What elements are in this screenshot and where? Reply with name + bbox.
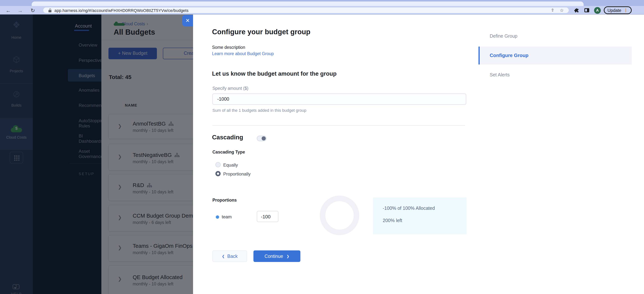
browser-tab[interactable] <box>32 2 584 6</box>
bookmark-star-icon[interactable]: ☆ <box>560 8 564 13</box>
radio-equally-label[interactable]: Equally <box>223 162 238 168</box>
amount-helper: Sum of all the 1 budgets added in this b… <box>212 108 306 112</box>
extensions-icon[interactable] <box>574 8 580 15</box>
radio-proportionally-label[interactable]: Proportionally <box>223 172 251 176</box>
step-set-alerts[interactable]: Set Alerts <box>490 72 510 78</box>
proportions-label: Proportions <box>212 198 237 202</box>
continue-label: Continue <box>264 254 283 259</box>
allocation-summary: -100% of 100% Allocated 200% left <box>373 198 466 234</box>
team-proportion-input[interactable] <box>257 211 278 222</box>
chevron-right-icon: ❯ <box>286 254 290 258</box>
back-button[interactable]: ❮ Back <box>212 250 247 262</box>
reload-icon[interactable]: ↻ <box>29 7 36 14</box>
back-label: Back <box>227 254 238 259</box>
url-text[interactable]: app.harness.io/ng/#/account/wFHXHD0RRQWo… <box>54 8 188 12</box>
continue-button[interactable]: Continue ❯ <box>254 250 300 262</box>
learn-more-link[interactable]: Learn more about Budget Group <box>212 52 274 56</box>
forward-icon[interactable]: → <box>16 7 24 14</box>
back-icon[interactable]: ← <box>4 7 12 14</box>
modal-description: Some description <box>212 45 245 50</box>
close-icon[interactable]: ✕ <box>182 15 193 26</box>
allocation-donut-chart <box>320 196 359 235</box>
team-label: team <box>222 214 232 220</box>
allocated-text: -100% of 100% Allocated <box>383 206 435 211</box>
cascading-heading: Cascading <box>212 134 243 141</box>
step-define-group[interactable]: Define Group <box>490 34 518 39</box>
amount-label: Specify amount ($) <box>212 86 248 90</box>
side-panel-icon[interactable] <box>584 8 589 12</box>
radio-equally[interactable] <box>216 162 221 167</box>
update-button[interactable]: Update ⋮ <box>604 6 632 14</box>
radio-proportionally[interactable] <box>216 171 221 176</box>
section-divider <box>212 125 465 126</box>
browser-menu-icon[interactable]: ⋮ <box>624 8 628 12</box>
step-configure-group[interactable]: Configure Group <box>490 52 528 58</box>
update-label: Update <box>608 8 621 12</box>
left-text: 200% left <box>383 218 402 223</box>
modal-title: Configure your budget group <box>212 28 310 36</box>
cascading-toggle[interactable] <box>257 136 266 141</box>
cascading-type-label: Cascading Type <box>212 150 245 154</box>
team-color-dot <box>216 216 219 219</box>
configure-budget-group-modal: Configure your budget group Some descrip… <box>193 14 644 294</box>
amount-heading: Let us know the budget amount for the gr… <box>212 70 336 77</box>
avatar[interactable]: A <box>594 7 601 14</box>
share-icon[interactable]: ⇧ <box>551 8 554 13</box>
amount-input[interactable] <box>212 94 466 105</box>
chevron-left-icon: ❮ <box>222 254 225 258</box>
browser-chrome: ← → ↻ app.harness.io/ng/#/account/wFHXHD… <box>0 0 644 14</box>
page-viewport: ❖ Home Projects Builds $ Cloud Costs ? H… <box>0 14 644 294</box>
